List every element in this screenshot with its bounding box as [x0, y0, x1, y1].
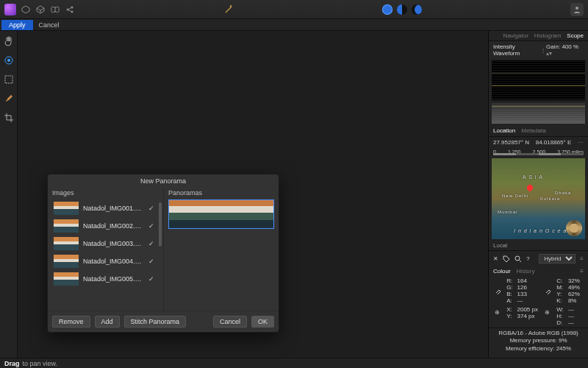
panorama-preview[interactable]: [168, 199, 274, 229]
dialog-title: New Panorama: [48, 174, 279, 188]
a-value: ---: [516, 297, 543, 304]
c-value: 32%: [567, 277, 584, 284]
apply-button[interactable]: Apply: [1, 20, 33, 30]
tag-icon[interactable]: [503, 255, 510, 263]
add-button[interactable]: Add: [95, 316, 120, 328]
scale-3: 3,750 miles: [557, 149, 584, 155]
cube-icon[interactable]: [35, 4, 46, 15]
latitude: 27.952857° N: [493, 139, 529, 146]
tab-scope[interactable]: Scope: [567, 32, 584, 39]
dialog-images-column: Images Natadol_IMG001.png ✓ Natadol_IMG0…: [48, 188, 164, 311]
scope-menu-icon[interactable]: ⋮: [540, 47, 546, 54]
check-icon[interactable]: ✓: [148, 222, 154, 230]
status-bar: Drag to pan view.: [0, 358, 588, 368]
map-city-kolkata: Kolkata: [540, 197, 560, 201]
stitch-panorama-button[interactable]: Stitch Panorama: [124, 316, 187, 328]
panoramas-header: Panoramas: [168, 189, 274, 197]
image-row[interactable]: Natadol_IMG004.png ✓: [52, 252, 156, 270]
brush-tool-icon[interactable]: [3, 93, 15, 105]
location-tabs: Location Metadata: [489, 125, 588, 137]
coords-menu-icon[interactable]: ⋯: [578, 139, 584, 146]
image-row[interactable]: Natadol_IMG005.png ✓: [52, 270, 156, 288]
persona-liquify-icon[interactable]: [397, 4, 407, 15]
colour-picker-tool-icon[interactable]: [3, 54, 15, 66]
image-row[interactable]: Natadol_IMG002.png ✓: [52, 217, 156, 235]
remove-button[interactable]: Remove: [52, 316, 90, 328]
gain-stepper-icon[interactable]: ▴▾: [546, 50, 552, 57]
k-value: 8%: [567, 297, 584, 304]
document-meta: RGBA/16 - Adobe RGB (1998) Memory pressu…: [489, 328, 588, 354]
eyedropper-icon[interactable]: [495, 287, 502, 294]
persona-develop-icon[interactable]: [412, 4, 422, 15]
dialog-cancel-button[interactable]: Cancel: [213, 316, 247, 328]
tool-strip: [0, 31, 18, 358]
svg-line-10: [520, 260, 522, 262]
app-icon: [4, 4, 16, 15]
image-list[interactable]: Natadol_IMG001.png ✓ Natadol_IMG002.png …: [52, 199, 159, 309]
selection-tool-icon[interactable]: [3, 74, 15, 85]
r-value: 164: [516, 277, 543, 284]
check-icon[interactable]: ✓: [148, 205, 154, 212]
butterfly-icon[interactable]: [50, 4, 60, 15]
status-hint-verb: Drag: [4, 360, 20, 367]
svg-marker-0: [22, 6, 29, 13]
crosshair-icon-2[interactable]: ⊕: [545, 309, 552, 316]
w-value: ---: [567, 306, 584, 313]
share-icon[interactable]: [65, 4, 75, 15]
m-label: M:: [555, 284, 567, 291]
check-icon[interactable]: ✓: [148, 275, 154, 283]
image-row[interactable]: Natadol_IMG003.png ✓: [52, 235, 156, 252]
search-icon[interactable]: [514, 255, 522, 263]
location-map[interactable]: A S I A I n d i a n O c e a n New Delhi …: [492, 158, 585, 239]
w-label: W:: [555, 306, 567, 313]
tab-histogram[interactable]: Histogram: [534, 32, 561, 39]
cancel-button[interactable]: Cancel: [33, 21, 65, 29]
account-icon[interactable]: [570, 3, 584, 16]
check-icon[interactable]: ✓: [148, 258, 154, 265]
colour-menu-icon[interactable]: ≡: [580, 268, 584, 275]
svg-point-4: [231, 5, 232, 6]
meta-efficiency: Memory efficiency: 245%: [493, 345, 584, 353]
svg-point-7: [7, 59, 10, 62]
map-scale: 0 1,250 2,500 3,750 miles: [493, 149, 584, 155]
d-label: D:: [555, 319, 567, 326]
x-label: X:: [505, 306, 515, 313]
image-thumb: [54, 219, 79, 233]
tab-navigator[interactable]: Navigator: [503, 32, 528, 39]
crop-tool-icon[interactable]: [3, 112, 15, 124]
check-icon[interactable]: ✓: [148, 240, 154, 247]
image-row[interactable]: Natadol_IMG001.png ✓: [52, 199, 156, 217]
tab-colour[interactable]: Colour: [493, 268, 511, 275]
gps-coords: 27.952857° N 84.018865° E ⋯: [489, 137, 588, 148]
dialog-ok-button[interactable]: OK: [251, 316, 274, 328]
hand-tool-icon[interactable]: [3, 35, 15, 47]
close-x-icon[interactable]: ✕: [493, 255, 498, 262]
eyedropper-icon-2[interactable]: [545, 287, 552, 294]
compass-icon[interactable]: [566, 220, 582, 236]
b-value: 133: [516, 291, 543, 297]
tab-metadata[interactable]: Metadata: [521, 127, 545, 134]
images-header: Images: [52, 189, 159, 197]
h-value: ---: [567, 313, 584, 319]
panel-menu-icon[interactable]: ≡: [580, 255, 584, 262]
r-label: R:: [505, 277, 515, 284]
tab-history[interactable]: History: [517, 268, 535, 275]
tab-location[interactable]: Location: [493, 127, 515, 134]
map-city-dhaka: Dhaka: [555, 191, 571, 195]
g-value: 126: [516, 284, 543, 291]
hexagon-icon[interactable]: [21, 4, 31, 15]
y-label: Y:: [555, 291, 567, 297]
meta-profile: RGBA/16 - Adobe RGB (1998): [493, 330, 584, 337]
image-thumb: [54, 272, 79, 286]
persona-photo-icon[interactable]: [382, 4, 392, 15]
y2-label: Y:: [505, 313, 515, 319]
help-icon[interactable]: ?: [526, 255, 529, 262]
info-toolbar: ✕ ? Hybrid ≡: [489, 250, 588, 266]
wand-icon[interactable]: [223, 4, 234, 15]
image-list-scrollbar[interactable]: [159, 202, 162, 247]
map-view-select[interactable]: Hybrid: [539, 254, 576, 263]
gain-value[interactable]: 400 %: [562, 43, 578, 50]
image-name: Natadol_IMG001.png: [83, 205, 144, 212]
crosshair-icon[interactable]: ⊕: [495, 309, 502, 316]
map-local-label: Local: [489, 241, 588, 250]
